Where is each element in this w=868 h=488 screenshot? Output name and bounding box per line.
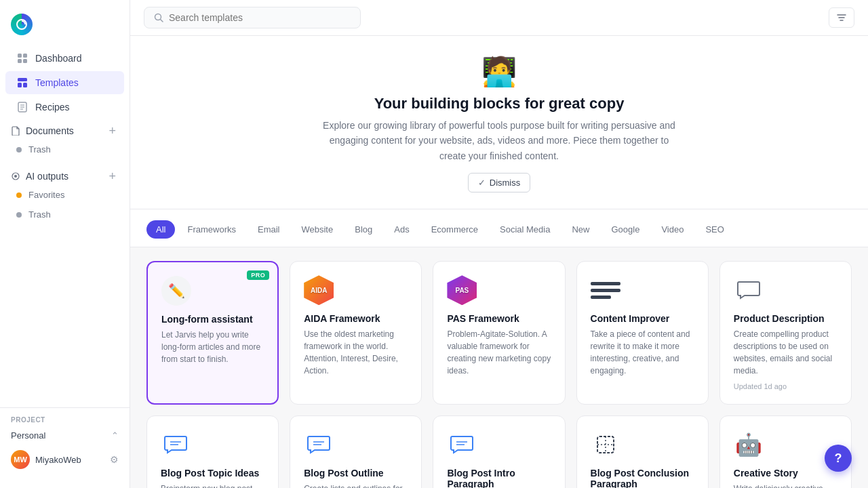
card-updated: Updated 1d ago — [734, 382, 837, 390]
svg-rect-1 — [18, 54, 22, 58]
tab-video[interactable]: Video — [652, 220, 693, 239]
topbar — [130, 0, 868, 36]
grid-icon — [16, 52, 28, 64]
card-desc-creative-story: Write deliciously creative stories to en… — [734, 483, 837, 488]
template-card-pas[interactable]: PAS PAS Framework Problem-Agitate-Soluti… — [433, 261, 565, 405]
card-icon-content-improver — [591, 275, 620, 305]
trash-dot-icon — [16, 147, 22, 152]
ai-outputs-label: AI outputs — [26, 171, 68, 182]
filter-tabs: AllFrameworksEmailWebsiteBlogAdsEcommerc… — [130, 209, 868, 247]
main-content: 🧑‍💻 Your building blocks for great copy … — [130, 0, 868, 488]
card-icon-creative-story: 🤖 — [734, 430, 764, 460]
card-title-aida: AIDA Framework — [304, 313, 408, 324]
sidebar-item-templates-label: Templates — [35, 77, 79, 88]
book-icon — [16, 101, 28, 113]
trash2-label: Trash — [28, 209, 51, 220]
tab-ecommerce[interactable]: Ecommerce — [422, 220, 488, 239]
tab-frameworks[interactable]: Frameworks — [178, 220, 245, 239]
card-icon-pas: PAS — [447, 275, 477, 305]
sidebar-item-recipes[interactable]: Recipes — [5, 96, 124, 119]
filter-button[interactable] — [829, 7, 854, 28]
card-icon-blog-intro — [447, 430, 477, 460]
hero-emoji: 🧑‍💻 — [157, 55, 841, 88]
trash2-dot-icon — [16, 212, 22, 218]
tab-all[interactable]: All — [146, 220, 175, 239]
add-ai-output-button[interactable]: + — [106, 170, 119, 182]
sidebar-item-trash2[interactable]: Trash — [5, 205, 124, 224]
hero-section: 🧑‍💻 Your building blocks for great copy … — [130, 36, 868, 209]
sidebar-footer: PROJECT Personal ⌃ MW MiyakoWeb ⚙ — [0, 407, 130, 480]
card-title-creative-story: Creative Story — [734, 468, 837, 479]
checkmark-icon: ✓ — [478, 178, 486, 188]
search-box[interactable] — [144, 7, 361, 28]
tab-email[interactable]: Email — [248, 220, 290, 239]
settings-button[interactable]: ⚙ — [110, 454, 119, 465]
template-card-blog-topic-ideas[interactable]: Blog Post Topic Ideas Brainstorm new blo… — [146, 415, 279, 488]
user-initials: MW — [14, 455, 27, 464]
card-desc-pas: Problem-Agitate-Solution. A valuable fra… — [447, 328, 551, 377]
tab-new[interactable]: New — [562, 220, 599, 239]
card-icon-blog-outline — [304, 430, 334, 460]
card-title-product-desc: Product Description — [734, 313, 837, 324]
svg-rect-6 — [18, 83, 22, 87]
document-icon — [11, 126, 20, 136]
card-icon-aida: AIDA — [304, 275, 334, 305]
trash1-label: Trash — [28, 144, 51, 155]
sidebar: Dashboard Templates Recipes — [0, 0, 130, 488]
card-title-blog-topic-ideas: Blog Post Topic Ideas — [161, 468, 264, 479]
tab-social-media[interactable]: Social Media — [490, 220, 559, 239]
ai-outputs-section-header: AI outputs + — [0, 165, 130, 185]
sidebar-item-favorites[interactable]: Favorites — [5, 186, 124, 204]
svg-rect-5 — [18, 78, 27, 81]
card-title-content-improver: Content Improver — [591, 313, 694, 324]
dismiss-button[interactable]: ✓ Dismiss — [468, 173, 531, 192]
template-card-blog-outline[interactable]: Blog Post Outline Create lists and outli… — [290, 415, 422, 488]
svg-line-15 — [161, 20, 163, 22]
help-button[interactable]: ? — [825, 445, 852, 472]
project-name: Personal — [11, 430, 45, 441]
tab-google[interactable]: Google — [601, 220, 649, 239]
user-name-label: MiyakoWeb — [35, 455, 104, 465]
dismiss-label: Dismiss — [490, 178, 521, 188]
template-card-long-form[interactable]: PRO ✏️ Long-form assistant Let Jarvis he… — [146, 261, 279, 405]
sidebar-item-trash1[interactable]: Trash — [5, 140, 124, 159]
template-card-aida[interactable]: AIDA AIDA Framework Use the oldest marke… — [290, 261, 422, 405]
card-desc-aida: Use the oldest marketing framework in th… — [304, 328, 408, 377]
template-card-blog-intro[interactable]: Blog Post Intro Paragraph Blast through … — [433, 415, 565, 488]
template-card-content-improver[interactable]: Content Improver Take a piece of content… — [576, 261, 709, 405]
card-title-pas: PAS Framework — [447, 313, 551, 324]
template-card-blog-conclusion[interactable]: Blog Post Conclusion Paragraph Wrap up y… — [576, 415, 709, 488]
favorites-dot-icon — [16, 192, 22, 198]
card-title-blog-intro: Blog Post Intro Paragraph — [447, 468, 551, 488]
chevron-icon: ⌃ — [111, 430, 119, 441]
search-input[interactable] — [169, 12, 351, 23]
svg-point-13 — [14, 175, 17, 178]
documents-label: Documents — [26, 125, 74, 136]
add-document-button[interactable]: + — [106, 125, 119, 137]
content-area: 🧑‍💻 Your building blocks for great copy … — [130, 36, 868, 488]
logo[interactable] — [0, 8, 130, 46]
tab-blog[interactable]: Blog — [345, 220, 382, 239]
card-icon-blog-conclusion — [591, 430, 620, 460]
card-icon-blog-topic-ideas — [161, 430, 191, 460]
user-row[interactable]: MW MiyakoWeb ⚙ — [5, 445, 124, 474]
card-desc-blog-outline: Create lists and outlines for articles. … — [304, 483, 408, 488]
tab-website[interactable]: Website — [292, 220, 342, 239]
card-icon-long-form: ✏️ — [161, 276, 191, 306]
template-icon — [16, 77, 28, 89]
card-title-long-form: Long-form assistant — [161, 314, 264, 325]
svg-rect-7 — [23, 83, 27, 87]
project-selector[interactable]: Personal ⌃ — [5, 426, 124, 445]
hero-description: Explore our growing library of powerful … — [323, 118, 675, 163]
template-card-product-desc[interactable]: Product Description Create compelling pr… — [719, 261, 852, 405]
hero-title: Your building blocks for great copy — [157, 95, 841, 113]
sidebar-item-dashboard[interactable]: Dashboard — [5, 47, 124, 70]
card-desc-blog-topic-ideas: Brainstorm new blog post topics that wil… — [161, 483, 264, 488]
sidebar-item-templates[interactable]: Templates — [5, 71, 124, 94]
svg-rect-3 — [18, 59, 22, 63]
search-icon — [154, 13, 163, 22]
card-title-blog-conclusion: Blog Post Conclusion Paragraph — [591, 468, 694, 488]
tab-ads[interactable]: Ads — [384, 220, 418, 239]
avatar: MW — [11, 450, 30, 469]
tab-seo[interactable]: SEO — [696, 220, 733, 239]
